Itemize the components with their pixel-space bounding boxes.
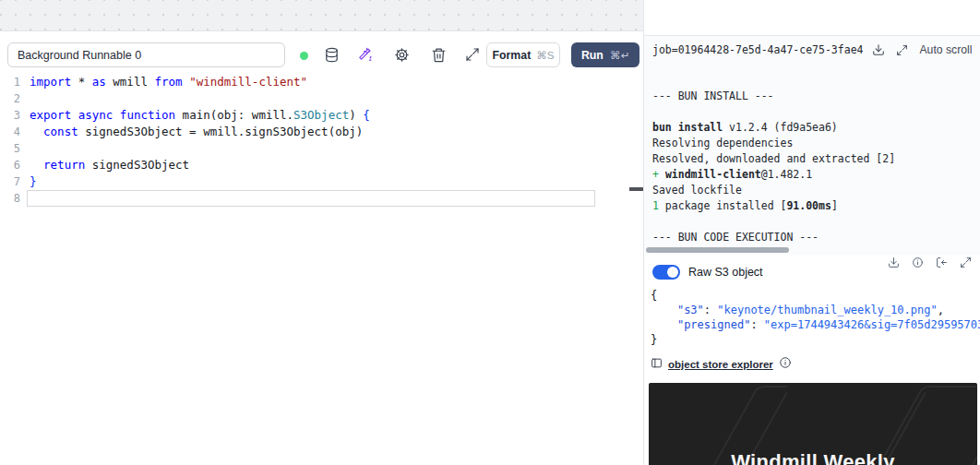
log-line: + windmill-client@1.482.1 [652,167,895,183]
log-line: Saved lockfile [652,183,895,198]
log-line [652,214,895,230]
info-icon[interactable] [911,256,925,269]
log-output: --- BUN INSTALL ---bun install v1.2.4 (f… [652,89,895,245]
s3-image-preview: Windmill Weekly [649,383,977,465]
line-number: 8 [0,190,20,207]
log-line: Resolving dependencies [652,136,895,151]
job-id-text: job=01964428-7e5d-4a47-ce75-3fae4 [652,43,863,56]
object-store-explorer-row: object store explorer [651,356,792,373]
expand-logs-icon[interactable] [894,42,909,57]
run-button-label: Run [581,49,604,62]
line-number: 4 [0,124,20,140]
overview-ruler-cursor-mark [629,187,643,191]
flow-canvas-dotted-background [0,0,643,30]
code-line[interactable]: 7} [0,173,643,190]
log-line: 1 package installed [91.00ms] [652,198,895,214]
log-line: Resolved, downloaded and extracted [2] [652,151,895,167]
trash-icon[interactable] [428,44,448,65]
json-line: } [651,332,980,347]
json-line: "presigned": "exp=1744943426&sig=7f05d29… [651,317,980,332]
settings-gear-icon[interactable] [391,44,412,65]
log-line: --- BUN CODE EXECUTION --- [652,230,895,245]
open-drawer-icon[interactable] [935,256,949,269]
line-number: 1 [0,74,20,90]
code-line[interactable]: 1import * as wmill from "windmill-client… [0,74,643,90]
code-line[interactable]: 2 [0,90,643,107]
code-editor[interactable]: 1import * as wmill from "windmill-client… [0,74,643,465]
ai-wand-icon[interactable] [354,44,375,65]
download-result-icon[interactable] [887,256,901,269]
expand-editor-icon[interactable] [462,44,483,65]
code-line[interactable]: 6 return signedS3Object [0,157,643,173]
log-line: --- BUN INSTALL --- [652,89,895,104]
windmill-script-editor: Format ⌘S Run ⌘↵ 1import * as wmill from… [0,0,980,465]
json-result-viewer: { "s3": "keynote/thumbnail_weekly_10.png… [651,288,980,347]
raw-s3-object-toggle[interactable] [652,265,680,280]
download-logs-icon[interactable] [871,42,886,57]
raw-s3-toggle-row: Raw S3 object [652,265,763,280]
run-button[interactable]: Run ⌘↵ [571,42,639,67]
json-line: { [651,288,980,303]
expand-result-icon[interactable] [959,256,973,269]
horizontal-scrollbar-thumb[interactable] [646,247,789,253]
result-toolbar [887,256,973,269]
editor-toolbar: Format ⌘S Run ⌘↵ [0,31,643,73]
preview-image-title: Windmill Weekly [649,450,977,465]
format-button[interactable]: Format ⌘S [486,42,560,67]
toggle-knob [667,267,678,278]
code-line[interactable]: 8 [0,190,643,207]
script-name-input[interactable] [7,42,285,67]
line-number: 5 [0,140,20,157]
raw-s3-toggle-label: Raw S3 object [688,266,763,279]
result-panel: Raw S3 object { "s3": "keynote/thumbnail… [644,255,980,465]
line-number: 2 [0,90,20,107]
format-button-label: Format [493,49,532,62]
auto-scroll-label: Auto scroll [919,43,972,56]
line-number: 7 [0,173,20,190]
job-log-panel: job=01964428-7e5d-4a47-ce75-3fae4 Auto s… [644,35,980,255]
script-editor-panel: Format ⌘S Run ⌘↵ 1import * as wmill from… [0,30,643,465]
code-line[interactable]: 4 const signedS3Object = wmill.signS3Obj… [0,124,643,140]
log-line [652,104,895,120]
explorer-info-icon[interactable] [779,356,792,373]
code-line[interactable]: 3export async function main(obj: wmill.S… [0,107,643,124]
database-icon[interactable] [321,44,341,65]
panel-left-icon [651,356,663,373]
object-store-explorer-link[interactable]: object store explorer [668,359,773,370]
log-header: job=01964428-7e5d-4a47-ce75-3fae4 Auto s… [652,41,973,59]
code-line[interactable]: 5 [0,140,643,157]
run-shortcut: ⌘↵ [610,49,629,62]
format-shortcut: ⌘S [536,49,554,62]
log-line: bun install v1.2.4 (fd9a5ea6) [652,120,895,136]
line-number: 3 [0,107,20,124]
json-line: "s3": "keynote/thumbnail_weekly_10.png", [651,303,980,317]
saved-status-dot [300,52,308,60]
line-number: 6 [0,157,20,173]
